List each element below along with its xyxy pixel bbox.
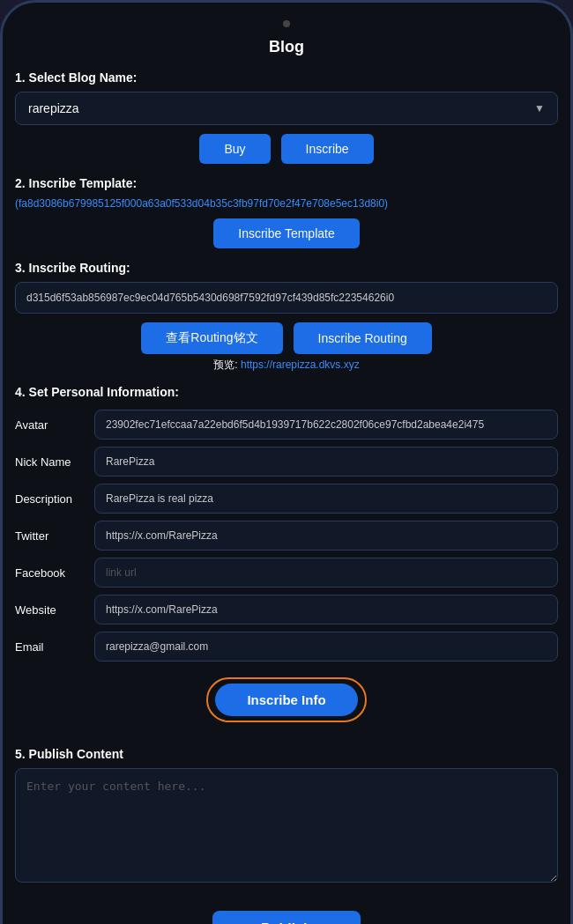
info-input-nick-name[interactable] (94, 447, 558, 477)
info-label-email: Email (15, 628, 94, 665)
dropdown-value: rarepizza (28, 101, 79, 115)
info-row: Twitter (15, 517, 558, 554)
section3-buttons: 查看Routing铭文 Inscribe Routing (15, 322, 558, 354)
info-row: Email (15, 628, 558, 665)
info-cell-email (94, 628, 558, 665)
inscribe-info-wrapper: Inscribe Info (15, 677, 558, 722)
view-routing-button[interactable]: 查看Routing铭文 (141, 322, 282, 354)
buy-button[interactable]: Buy (199, 134, 270, 164)
section5-label: 5. Publish Content (15, 747, 558, 761)
section-publish-content: 5. Publish Content (15, 747, 558, 886)
info-input-email[interactable] (94, 632, 558, 662)
info-row: Nick Name (15, 443, 558, 480)
info-row: Description (15, 480, 558, 517)
info-cell-facebook (94, 554, 558, 591)
info-label-facebook: Facebook (15, 554, 94, 591)
info-input-twitter[interactable] (94, 521, 558, 551)
info-label-twitter: Twitter (15, 517, 94, 554)
preview-url[interactable]: https://rarepizza.dkvs.xyz (241, 359, 360, 371)
info-cell-twitter (94, 517, 558, 554)
info-cell-description (94, 480, 558, 517)
info-table: AvatarNick NameDescriptionTwitterFaceboo… (15, 406, 558, 665)
inscribe-template-button[interactable]: Inscribe Template (213, 218, 359, 248)
info-row: Avatar (15, 406, 558, 443)
section-inscribe-template: 2. Inscribe Template: (fa8d3086b67998512… (15, 176, 558, 248)
info-row: Facebook (15, 554, 558, 591)
inscribe-button[interactable]: Inscribe (281, 134, 374, 164)
template-hash: (fa8d3086b679985125f000a63a0f533d04b35c3… (15, 197, 558, 210)
info-label-nick-name: Nick Name (15, 443, 94, 480)
info-cell-avatar (94, 406, 558, 443)
inscribe-info-button[interactable]: Inscribe Info (215, 684, 357, 716)
blog-name-dropdown[interactable]: rarepizza ▼ (15, 92, 558, 125)
section2-label: 2. Inscribe Template: (15, 176, 558, 190)
info-label-description: Description (15, 480, 94, 517)
section2-buttons: Inscribe Template (15, 218, 558, 248)
section1-label: 1. Select Blog Name: (15, 70, 558, 85)
preview-text: 预览: https://rarepizza.dkvs.xyz (15, 358, 558, 373)
info-label-avatar: Avatar (15, 406, 94, 443)
inscribe-info-ring: Inscribe Info (206, 677, 366, 722)
info-row: Website (15, 591, 558, 628)
info-input-description[interactable] (94, 484, 558, 514)
chevron-down-icon: ▼ (534, 102, 545, 115)
info-cell-website (94, 591, 558, 628)
section-inscribe-routing: 3. Inscribe Routing: d315d6f53ab856987ec… (15, 261, 558, 373)
info-input-website[interactable] (94, 595, 558, 625)
preview-prefix: 预览: (213, 359, 237, 371)
page-title: Blog (15, 38, 558, 56)
routing-value: d315d6f53ab856987ec9ec04d765b5430d698f75… (15, 282, 558, 314)
section1-buttons: Buy Inscribe (15, 134, 558, 164)
info-cell-nick-name (94, 443, 558, 480)
device-frame: Blog 1. Select Blog Name: rarepizza ▼ Bu… (0, 0, 573, 924)
publish-button[interactable]: Publish (212, 911, 361, 924)
info-label-website: Website (15, 591, 94, 628)
inscribe-routing-button[interactable]: Inscribe Routing (294, 322, 432, 354)
info-input-avatar[interactable] (94, 410, 558, 440)
section-select-blog: 1. Select Blog Name: rarepizza ▼ Buy Ins… (15, 70, 558, 164)
publish-row: Publish (15, 911, 558, 924)
info-input-facebook[interactable] (94, 558, 558, 588)
section4-label: 4. Set Personal Information: (15, 385, 558, 399)
notch (283, 20, 290, 27)
section3-label: 3. Inscribe Routing: (15, 261, 558, 275)
content-textarea[interactable] (15, 768, 558, 883)
section-personal-info: 4. Set Personal Information: AvatarNick … (15, 385, 558, 735)
